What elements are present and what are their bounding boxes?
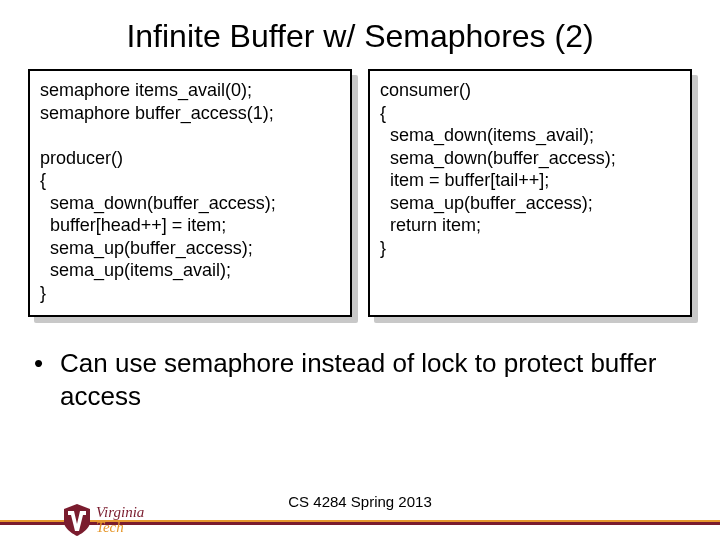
code-columns: semaphore items_avail(0); semaphore buff… [0, 69, 720, 317]
bullet-marker: • [34, 347, 60, 380]
vt-shield-icon [64, 504, 90, 536]
bullet-item: • Can use semaphore instead of lock to p… [34, 347, 686, 412]
vt-logo: Virginia Tech [64, 504, 144, 536]
slide-title: Infinite Buffer w/ Semaphores (2) [0, 0, 720, 69]
left-code-wrap: semaphore items_avail(0); semaphore buff… [28, 69, 352, 317]
bullet-list: • Can use semaphore instead of lock to p… [0, 317, 720, 412]
right-code-box: consumer() { sema_down(items_avail); sem… [368, 69, 692, 317]
bullet-text: Can use semaphore instead of lock to pro… [60, 347, 686, 412]
vt-word-line2: Tech [96, 520, 144, 535]
vt-word-line1: Virginia [96, 505, 144, 520]
vt-wordmark: Virginia Tech [96, 505, 144, 535]
right-code-wrap: consumer() { sema_down(items_avail); sem… [368, 69, 692, 317]
left-code-box: semaphore items_avail(0); semaphore buff… [28, 69, 352, 317]
